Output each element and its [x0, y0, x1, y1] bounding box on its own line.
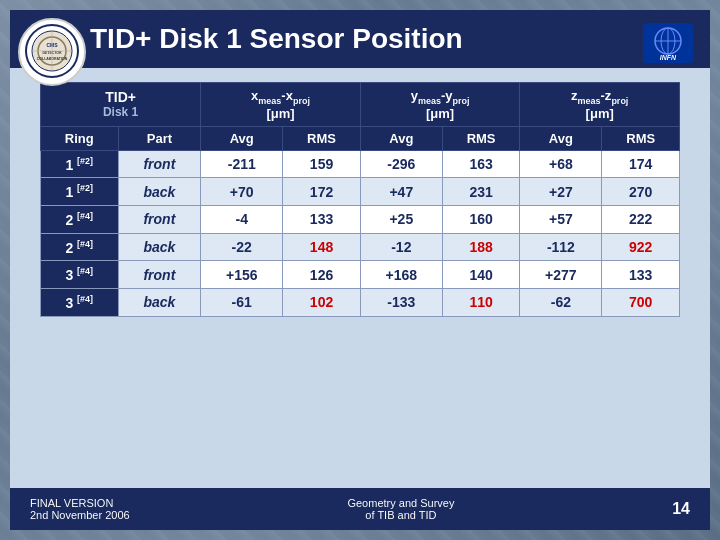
svg-text:CMS: CMS — [46, 42, 58, 48]
table-row: 2 [#4]front-4133+25160+57222 — [41, 205, 680, 233]
data-cell: -296 — [360, 150, 442, 178]
table-header-row-1: TID+ Disk 1 xmeas-xproj[μm] ymeas-ypr — [41, 83, 680, 127]
data-cell: 126 — [283, 261, 361, 289]
data-cell: +156 — [201, 261, 283, 289]
data-cell: 172 — [283, 178, 361, 206]
logo-text: CMS DETECTOR COLLABORATION — [24, 23, 80, 81]
data-cell: 188 — [442, 233, 520, 261]
table-header-row-2: Ring Part Avg RMS Avg RMS Avg RMS — [41, 126, 680, 150]
data-cell: 163 — [442, 150, 520, 178]
data-cell: 922 — [602, 233, 680, 261]
data-cell: 160 — [442, 205, 520, 233]
data-cell: +277 — [520, 261, 602, 289]
col-y-avg: Avg — [360, 126, 442, 150]
header-disk1: Disk 1 — [49, 105, 192, 119]
table-row: 3 [#4]front+156126+168140+277133 — [41, 261, 680, 289]
data-cell: 148 — [283, 233, 361, 261]
header-x-col: xmeas-xproj[μm] — [209, 88, 352, 121]
footer-left: FINAL VERSION 2nd November 2006 — [30, 497, 130, 521]
data-cell: +27 — [520, 178, 602, 206]
col-ring: Ring — [41, 126, 119, 150]
data-cell: -62 — [520, 288, 602, 316]
header-tid-plus: TID+ — [49, 89, 192, 105]
data-cell: +70 — [201, 178, 283, 206]
data-cell: +57 — [520, 205, 602, 233]
header-bar: TID+ Disk 1 Sensor Position — [10, 10, 710, 68]
table-row: 3 [#4]back-61102-133110-62700 — [41, 288, 680, 316]
slide-title: TID+ Disk 1 Sensor Position — [90, 23, 463, 55]
footer-title-2: of TIB and TID — [347, 509, 454, 521]
ring-cell: 2 [#4] — [41, 205, 119, 233]
ring-cell: 2 [#4] — [41, 233, 119, 261]
table-body: 1 [#2]front-211159-296163+681741 [#2]bac… — [41, 150, 680, 316]
table-row: 2 [#4]back-22148-12188-112922 — [41, 233, 680, 261]
table-row: 1 [#2]back+70172+47231+27270 — [41, 178, 680, 206]
data-cell: 133 — [283, 205, 361, 233]
infn-logo: INFN — [638, 18, 698, 68]
footer-version: FINAL VERSION — [30, 497, 130, 509]
part-cell: back — [118, 233, 201, 261]
data-cell: -4 — [201, 205, 283, 233]
header-z-col: zmeas-zproj[μm] — [528, 88, 671, 121]
data-cell: -12 — [360, 233, 442, 261]
data-cell: 222 — [602, 205, 680, 233]
col-x-avg: Avg — [201, 126, 283, 150]
infn-emblem: INFN — [643, 23, 693, 63]
data-cell: 133 — [602, 261, 680, 289]
footer-date: 2nd November 2006 — [30, 509, 130, 521]
data-cell: 159 — [283, 150, 361, 178]
ring-cell: 3 [#4] — [41, 261, 119, 289]
data-cell: -112 — [520, 233, 602, 261]
data-cell: -211 — [201, 150, 283, 178]
part-cell: front — [118, 150, 201, 178]
data-cell: 102 — [283, 288, 361, 316]
col-y-rms: RMS — [442, 126, 520, 150]
footer-title-1: Geometry and Survey — [347, 497, 454, 509]
data-cell: 700 — [602, 288, 680, 316]
col-z-avg: Avg — [520, 126, 602, 150]
header-y-col: ymeas-yproj[μm] — [369, 88, 512, 121]
data-cell: 110 — [442, 288, 520, 316]
data-cell: 231 — [442, 178, 520, 206]
data-cell: 270 — [602, 178, 680, 206]
ring-cell: 1 [#2] — [41, 178, 119, 206]
data-cell: +168 — [360, 261, 442, 289]
footer-center: Geometry and Survey of TIB and TID — [347, 497, 454, 521]
cms-logo: CMS DETECTOR COLLABORATION — [18, 18, 86, 86]
data-cell: 174 — [602, 150, 680, 178]
slide-footer: FINAL VERSION 2nd November 2006 Geometry… — [10, 488, 710, 530]
col-z-rms: RMS — [602, 126, 680, 150]
ring-cell: 1 [#2] — [41, 150, 119, 178]
data-cell: -61 — [201, 288, 283, 316]
footer-page-number: 14 — [672, 500, 690, 518]
ring-cell: 3 [#4] — [41, 288, 119, 316]
table-row: 1 [#2]front-211159-296163+68174 — [41, 150, 680, 178]
col-part: Part — [118, 126, 201, 150]
data-cell: +68 — [520, 150, 602, 178]
data-cell: +47 — [360, 178, 442, 206]
part-cell: front — [118, 205, 201, 233]
data-cell: +25 — [360, 205, 442, 233]
slide-body: TID+ Disk 1 xmeas-xproj[μm] ymeas-ypr — [10, 68, 710, 530]
sensor-position-table: TID+ Disk 1 xmeas-xproj[μm] ymeas-ypr — [40, 82, 680, 317]
col-x-rms: RMS — [283, 126, 361, 150]
data-cell: -133 — [360, 288, 442, 316]
data-table-wrapper: TID+ Disk 1 xmeas-xproj[μm] ymeas-ypr — [40, 82, 680, 317]
part-cell: back — [118, 288, 201, 316]
data-cell: -22 — [201, 233, 283, 261]
svg-text:INFN: INFN — [660, 54, 677, 61]
part-cell: front — [118, 261, 201, 289]
data-cell: 140 — [442, 261, 520, 289]
part-cell: back — [118, 178, 201, 206]
